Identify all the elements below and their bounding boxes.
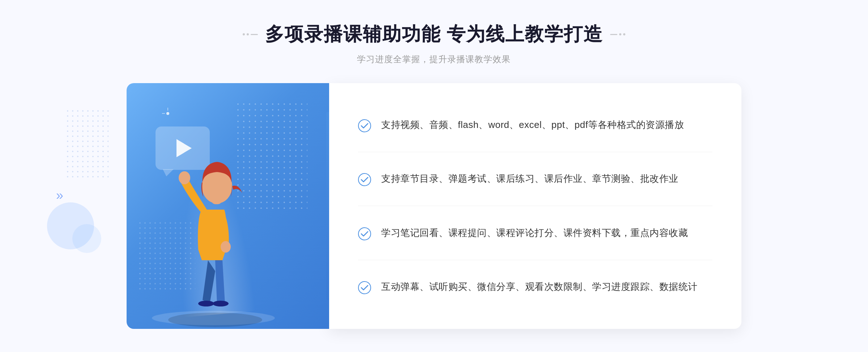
feature-text-1: 支持视频、音频、flash、word、excel、ppt、pdf等各种格式的资源… — [381, 118, 684, 132]
page-container: » 多项录播课辅助功能 专为线上教学打造 学习进度全掌握，提升录播课教学效果 — [0, 0, 868, 352]
person-illustration — [148, 126, 286, 329]
check-icon-3 — [358, 227, 371, 240]
feature-item-1: 支持视频、音频、flash、word、excel、ppt、pdf等各种格式的资源… — [358, 111, 712, 139]
arrow-left-decoration: » — [56, 188, 60, 203]
circle-decoration-small — [72, 224, 101, 253]
page-subtitle: 学习进度全掌握，提升录播课教学效果 — [243, 53, 625, 65]
main-content: 支持视频、音频、flash、word、excel、ppt、pdf等各种格式的资源… — [127, 83, 741, 329]
check-icon-1 — [358, 119, 371, 132]
divider-3 — [358, 260, 712, 260]
svg-point-1 — [198, 301, 214, 306]
blue-accent-stripe — [326, 112, 329, 300]
check-icon-2 — [358, 173, 371, 186]
check-icon-4 — [358, 281, 371, 294]
shine-decoration — [166, 112, 169, 115]
svg-point-6 — [221, 241, 231, 253]
feature-item-2: 支持章节目录、弹题考试、课后练习、课后作业、章节测验、批改作业 — [358, 165, 712, 193]
header-decoration-left — [243, 33, 258, 35]
figure-container — [148, 126, 286, 329]
check-circle-3 — [358, 227, 371, 240]
page-title: 多项录播课辅助功能 专为线上教学打造 — [265, 22, 603, 47]
feature-item-4: 互动弹幕、试听购买、微信分享、观看次数限制、学习进度跟踪、数据统计 — [358, 273, 712, 301]
check-circle-2 — [358, 173, 371, 186]
page-header: 多项录播课辅助功能 专为线上教学打造 学习进度全掌握，提升录播课教学效果 — [243, 22, 625, 65]
feature-text-3: 学习笔记回看、课程提问、课程评论打分、课件资料下载，重点内容收藏 — [381, 226, 688, 240]
check-circle-1 — [358, 119, 371, 132]
divider-2 — [358, 206, 712, 206]
svg-point-2 — [213, 301, 229, 306]
feature-text-2: 支持章节目录、弹题考试、课后练习、课后作业、章节测验、批改作业 — [381, 172, 678, 186]
svg-point-0 — [168, 313, 262, 327]
svg-point-5 — [179, 171, 190, 184]
feature-text-4: 互动弹幕、试听购买、微信分享、观看次数限制、学习进度跟踪、数据统计 — [381, 280, 698, 294]
check-circle-4 — [358, 281, 371, 294]
decorative-dots-left — [65, 108, 109, 181]
header-decoration-right — [610, 33, 625, 35]
divider-1 — [358, 152, 712, 152]
feature-item-3: 学习笔记回看、课程提问、课程评论打分、课件资料下载，重点内容收藏 — [358, 219, 712, 247]
content-panel: 支持视频、音频、flash、word、excel、ppt、pdf等各种格式的资源… — [329, 83, 741, 329]
illustration-panel — [127, 83, 329, 329]
header-title-row: 多项录播课辅助功能 专为线上教学打造 — [243, 22, 625, 47]
